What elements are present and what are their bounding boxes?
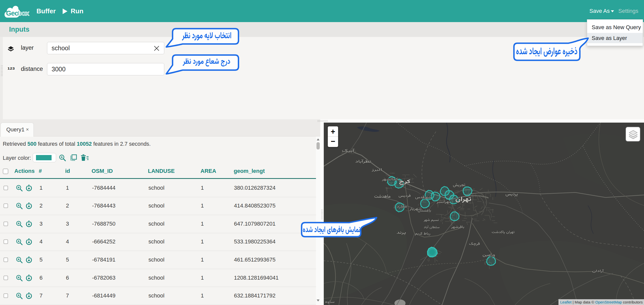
svg-text:box: box xyxy=(18,10,29,17)
svg-text:Geo: Geo xyxy=(6,10,19,17)
